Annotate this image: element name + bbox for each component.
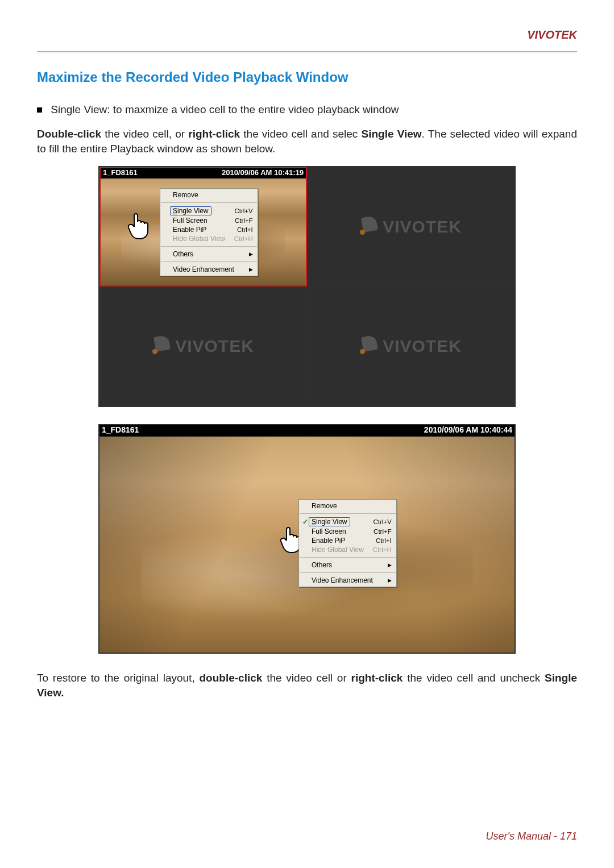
menu-full-screen-label: Full Screen: [173, 217, 208, 225]
header-brand: VIVOTEK: [527, 28, 577, 41]
menu-separator: [161, 261, 257, 262]
para1-span-1: the video cell, or: [101, 128, 188, 140]
menu-separator: [300, 572, 396, 573]
cell-header: 1_FD8161 2010/09/06 AM 10:40:44: [99, 425, 515, 437]
paragraph-2: To restore to the original layout, doubl…: [37, 671, 577, 701]
para2-bold-1: double-click: [199, 672, 262, 684]
menu-video-enh-label: Video Enhancement: [173, 265, 234, 273]
menu-full-screen-key: Ctrl+F: [235, 217, 253, 224]
chevron-right-icon: ▶: [388, 562, 392, 568]
para1-span-2: the video cell and selec: [240, 128, 361, 140]
vivotek-wordmark: VIVOTEK: [383, 337, 462, 356]
menu-full-screen-key: Ctrl+F: [374, 528, 392, 535]
menu-full-screen-label: Full Screen: [312, 528, 346, 535]
header-rule: [37, 51, 577, 52]
bullet-icon: [37, 107, 42, 113]
chevron-right-icon: ▶: [388, 578, 392, 583]
camera-label: 1_FD8161: [102, 425, 139, 437]
para2-bold-2: right-click: [351, 672, 403, 684]
video-cell-2[interactable]: VIVOTEK: [307, 167, 515, 286]
footer-label: User's Manual -: [486, 830, 559, 842]
timestamp: 2010/09/06 AM 10:40:44: [424, 425, 512, 437]
chevron-right-icon: ▶: [249, 267, 253, 272]
menu-hide-global-key: Ctrl+H: [234, 235, 253, 242]
menu-enable-pip-label: Enable PiP: [312, 537, 345, 545]
menu-others-label: Others: [173, 250, 193, 258]
menu-hide-global-key: Ctrl+H: [373, 546, 392, 553]
figure-single-view[interactable]: 1_FD8161 2010/09/06 AM 10:40:44 Remove ✓…: [98, 424, 516, 654]
menu-single-view[interactable]: Single View Ctrl+V: [160, 206, 258, 216]
page: VIVOTEK Maximize the Recorded Video Play…: [0, 0, 614, 868]
menu-separator: [161, 202, 257, 203]
vivotek-mark-icon: [152, 337, 171, 355]
menu-single-view-key: Ctrl+V: [234, 207, 252, 214]
vivotek-mark-icon: [360, 218, 378, 236]
context-menu[interactable]: Remove Single View Ctrl+V Full Screen Ct…: [160, 188, 258, 276]
video-cell-1[interactable]: 1_FD8161 2010/09/06 AM 10:41:19 Remove S…: [99, 167, 307, 286]
menu-others[interactable]: Others ▶: [299, 560, 396, 570]
menu-video-enhancement[interactable]: Video Enhancement ▶: [299, 576, 396, 585]
menu-enable-pip-key: Ctrl+I: [376, 537, 392, 544]
timestamp: 2010/09/06 AM 10:41:19: [222, 168, 304, 178]
bullet-line: Single View: to maxmize a video cell to …: [37, 102, 577, 118]
hand-cursor-icon: [123, 208, 153, 242]
menu-hide-global-view: Hide Global View Ctrl+H: [160, 234, 258, 243]
menu-others-label: Others: [312, 561, 332, 569]
menu-full-screen[interactable]: Full Screen Ctrl+F: [160, 216, 258, 225]
menu-hide-global-label: Hide Global View: [173, 235, 225, 243]
menu-remove[interactable]: Remove: [299, 501, 396, 510]
paragraph-1: Double-click the video cell, or right-cl…: [37, 127, 577, 157]
menu-enable-pip-label: Enable PiP: [173, 226, 206, 234]
menu-single-view-key: Ctrl+V: [373, 518, 391, 525]
menu-hide-global-label: Hide Global View: [312, 546, 364, 554]
video-cell-4[interactable]: VIVOTEK: [307, 286, 515, 406]
menu-video-enhancement[interactable]: Video Enhancement ▶: [160, 265, 258, 274]
menu-video-enh-label: Video Enhancement: [312, 576, 373, 584]
para1-bold-2: right-click: [188, 128, 240, 140]
menu-remove[interactable]: Remove: [160, 190, 258, 200]
menu-full-screen[interactable]: Full Screen Ctrl+F: [299, 527, 396, 536]
menu-separator: [300, 513, 396, 514]
check-icon: ✓: [302, 518, 308, 526]
para2-span-1: To restore to the original layout,: [37, 672, 199, 684]
camera-label: 1_FD8161: [103, 168, 138, 178]
menu-enable-pip[interactable]: Enable PiP Ctrl+I: [160, 225, 258, 234]
vivotek-wordmark: VIVOTEK: [383, 217, 462, 236]
menu-separator: [161, 246, 257, 247]
cell-header: 1_FD8161 2010/09/06 AM 10:41:19: [101, 168, 306, 178]
page-footer: User's Manual - 171: [486, 830, 577, 842]
menu-enable-pip[interactable]: Enable PiP Ctrl+I: [299, 536, 396, 545]
vivotek-logo: VIVOTEK: [152, 337, 254, 356]
context-menu[interactable]: Remove ✓ Single View Ctrl+V Full Screen …: [298, 499, 397, 587]
menu-others[interactable]: Others ▶: [160, 250, 258, 259]
para2-span-3: the video cell and uncheck: [403, 672, 545, 684]
menu-single-view[interactable]: ✓ Single View Ctrl+V: [299, 517, 396, 527]
vivotek-logo: VIVOTEK: [360, 337, 462, 356]
vivotek-logo: VIVOTEK: [360, 217, 462, 236]
menu-enable-pip-key: Ctrl+I: [237, 226, 253, 233]
video-cell-3[interactable]: VIVOTEK: [99, 286, 307, 406]
bullet-text: Single View: to maxmize a video cell to …: [51, 103, 399, 115]
footer-page-number: 171: [560, 830, 577, 842]
vivotek-mark-icon: [360, 337, 378, 355]
para2-span-2: the video cell or: [262, 672, 351, 684]
menu-separator: [300, 557, 396, 558]
chevron-right-icon: ▶: [249, 251, 253, 257]
vivotek-wordmark: VIVOTEK: [175, 337, 254, 356]
section-title: Maximize the Recorded Video Playback Win…: [37, 69, 577, 85]
figure-grid-view: 1_FD8161 2010/09/06 AM 10:41:19 Remove S…: [98, 166, 516, 407]
menu-single-view-label: Single View: [170, 206, 211, 215]
para1-bold-1: Double-click: [37, 128, 101, 140]
para1-bold-3: Single View: [361, 128, 421, 140]
menu-single-view-label: Single View: [309, 517, 350, 526]
menu-hide-global-view: Hide Global View Ctrl+H: [299, 545, 396, 554]
